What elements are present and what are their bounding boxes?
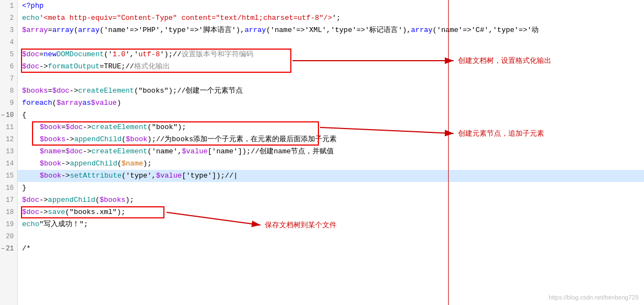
code-line-16: } xyxy=(18,182,644,194)
code-line-8: $books=$doc->createElement("books");//创建… xyxy=(18,85,644,97)
watermark: https://blog.csdn.net/benbeng729 xyxy=(549,294,638,301)
code-line-3: $array=array(array('name'=>'PHP','type'=… xyxy=(18,24,644,36)
code-line-10: { xyxy=(18,109,644,121)
code-content[interactable]: <?phpecho '<meta http-equiv="Content-Typ… xyxy=(18,0,644,305)
line-num-18: 18 xyxy=(0,206,17,218)
code-line-12: $books->appendChild($book);//为books添加一个子… xyxy=(18,133,644,146)
line-numbers: 123456789−1011121314151617181920−21 xyxy=(0,0,18,305)
line-num-6: 6 xyxy=(0,61,17,73)
line-num-9: 9 xyxy=(0,97,17,109)
code-line-17: $doc->appendChild($books); xyxy=(18,194,644,206)
code-line-13: $name=$doc->createElement('name', $value… xyxy=(18,146,644,158)
code-line-11: $book=$doc->createElement("book"); xyxy=(18,121,644,133)
code-line-4 xyxy=(18,36,644,49)
line-num-10: −10 xyxy=(0,109,17,121)
line-num-2: 2 xyxy=(0,12,17,24)
line-num-4: 4 xyxy=(0,36,17,49)
code-line-20 xyxy=(18,231,644,243)
code-line-7 xyxy=(18,73,644,85)
code-line-5: $doc=new DOMDocument('1.0','utf-8');//设置… xyxy=(18,49,644,61)
code-line-2: echo '<meta http-equiv="Content-Type" co… xyxy=(18,12,644,24)
line-num-11: 11 xyxy=(0,121,17,133)
line-num-15: 15 xyxy=(0,170,17,182)
line-num-12: 12 xyxy=(0,133,17,146)
line-num-16: 16 xyxy=(0,182,17,194)
code-line-21: /* xyxy=(18,243,644,255)
line-num-19: 19 xyxy=(0,218,17,231)
code-line-14: $book->appendChild($name); xyxy=(18,158,644,170)
code-line-19: echo "写入成功！"; xyxy=(18,218,644,231)
line-num-8: 8 xyxy=(0,85,17,97)
line-num-14: 14 xyxy=(0,158,17,170)
code-line-9: foreach ($array as $value) xyxy=(18,97,644,109)
line-num-21: −21 xyxy=(0,243,17,255)
line-num-20: 20 xyxy=(0,231,17,243)
line-num-7: 7 xyxy=(0,73,17,85)
code-area: 123456789−1011121314151617181920−21 <?ph… xyxy=(0,0,644,305)
code-line-18: $doc->save("books.xml"); xyxy=(18,206,644,218)
code-line-6: $doc->formatOutput=TRUE;//格式化输出 xyxy=(18,61,644,73)
vertical-red-line xyxy=(448,0,449,305)
line-num-17: 17 xyxy=(0,194,17,206)
line-num-3: 3 xyxy=(0,24,17,36)
line-num-1: 1 xyxy=(0,0,17,12)
line-num-5: 5 xyxy=(0,49,17,61)
line-num-13: 13 xyxy=(0,146,17,158)
code-line-15: $book->setAttribute('type',$value['type'… xyxy=(18,170,644,182)
code-line-1: <?php xyxy=(18,0,644,12)
